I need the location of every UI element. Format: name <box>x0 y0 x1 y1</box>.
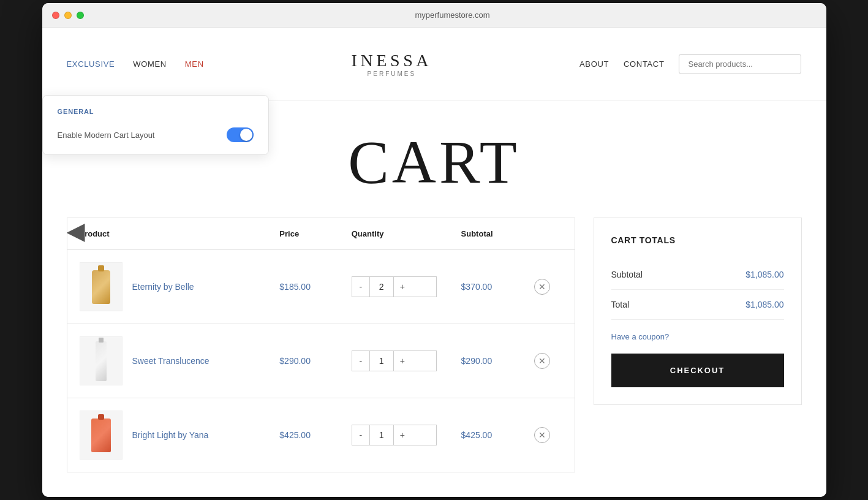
maximize-icon[interactable] <box>77 12 84 19</box>
col-price: Price <box>267 218 339 250</box>
qty-increase-btn[interactable]: + <box>394 425 411 445</box>
qty-decrease-btn[interactable]: - <box>352 351 369 371</box>
nav-women[interactable]: WOMEN <box>133 59 167 69</box>
qty-input[interactable] <box>369 277 394 297</box>
col-subtotal: Subtotal <box>449 218 522 250</box>
price-cell: $425.00 <box>267 398 339 472</box>
qty-decrease-btn[interactable]: - <box>352 425 369 445</box>
subtotal-value: $1,085.00 <box>745 270 783 279</box>
col-product: Product <box>67 218 267 250</box>
nav-left: EXCLUSIVE WOMEN MEN <box>67 59 204 69</box>
browser-window: myperfumestore.com EXCLUSIVE WOMEN MEN I… <box>42 3 826 497</box>
toggle-knob <box>240 129 252 141</box>
subtotal-cell: $290.00 <box>449 324 522 398</box>
bottle-icon <box>92 270 110 304</box>
qty-increase-btn[interactable]: + <box>394 351 411 371</box>
subtotal-cell: $425.00 <box>449 398 522 472</box>
site-header: EXCLUSIVE WOMEN MEN INESSA PERFUMES ABOU… <box>42 28 826 101</box>
logo-name: INESSA <box>352 51 432 70</box>
toggle-label: Enable Modern Cart Layout <box>58 131 155 140</box>
table-row: Eternity by Belle $185.00 - + <box>67 250 575 324</box>
close-icon[interactable] <box>52 12 59 19</box>
product-image <box>80 336 123 385</box>
remove-item-btn[interactable]: ✕ <box>534 279 550 295</box>
product-name[interactable]: Sweet Translucence <box>132 356 209 366</box>
table-row: Sweet Translucence $290.00 - + <box>67 324 575 398</box>
qty-decrease-btn[interactable]: - <box>352 277 369 297</box>
remove-item-btn[interactable]: ✕ <box>534 353 550 369</box>
site-content: GENERAL Enable Modern Cart Layout CART <box>42 101 826 497</box>
search-input[interactable] <box>679 54 801 74</box>
table-row: Bright Light by Yana $425.00 - + <box>67 398 575 472</box>
url-bar: myperfumestore.com <box>89 10 817 20</box>
product-name[interactable]: Bright Light by Yana <box>132 430 209 440</box>
col-remove <box>522 218 575 250</box>
product-image <box>80 262 123 311</box>
subtotal-cell: $370.00 <box>449 250 522 324</box>
col-quantity: Quantity <box>339 218 449 250</box>
price-cell: $290.00 <box>267 324 339 398</box>
settings-row: Enable Modern Cart Layout <box>58 127 254 142</box>
product-cell: Bright Light by Yana <box>80 411 255 460</box>
cart-table: Product Price Quantity Subtotal <box>67 218 575 472</box>
total-row: Total $1,085.00 <box>611 290 784 320</box>
nav-contact[interactable]: CONTACT <box>624 59 664 69</box>
browser-chrome: myperfumestore.com <box>42 3 826 28</box>
qty-input[interactable] <box>369 425 394 445</box>
qty-control: - + <box>352 350 437 371</box>
total-label: Total <box>611 300 630 309</box>
product-image <box>80 411 123 460</box>
product-name[interactable]: Eternity by Belle <box>132 282 194 292</box>
bottle-icon <box>91 419 111 452</box>
bottle-icon <box>96 341 107 381</box>
enable-modern-cart-toggle[interactable] <box>227 127 254 142</box>
price-cell: $185.00 <box>267 250 339 324</box>
nav-right: ABOUT CONTACT <box>579 54 801 74</box>
logo-sub: PERFUMES <box>352 70 432 77</box>
qty-control: - + <box>352 276 437 297</box>
cart-table-wrap: Product Price Quantity Subtotal <box>67 218 575 472</box>
product-cell: Eternity by Belle <box>80 262 255 311</box>
checkout-button[interactable]: CHECKOUT <box>611 354 784 387</box>
qty-input[interactable] <box>369 351 394 371</box>
subtotal-row: Subtotal $1,085.00 <box>611 260 784 290</box>
settings-section-title: GENERAL <box>58 108 254 115</box>
qty-increase-btn[interactable]: + <box>394 277 411 297</box>
settings-panel: GENERAL Enable Modern Cart Layout <box>42 95 269 155</box>
nav-men[interactable]: MEN <box>185 59 204 69</box>
cart-sidebar: CART TOTALS Subtotal $1,085.00 Total $1,… <box>594 218 802 405</box>
nav-exclusive[interactable]: EXCLUSIVE <box>67 59 115 69</box>
remove-item-btn[interactable]: ✕ <box>534 427 550 443</box>
nav-about[interactable]: ABOUT <box>579 59 609 69</box>
logo: INESSA PERFUMES <box>352 51 432 77</box>
cart-layout: Product Price Quantity Subtotal <box>67 218 802 472</box>
qty-control: - + <box>352 425 437 445</box>
total-value: $1,085.00 <box>745 300 783 309</box>
subtotal-label: Subtotal <box>611 270 643 279</box>
minimize-icon[interactable] <box>64 12 72 19</box>
product-cell: Sweet Translucence <box>80 336 255 385</box>
coupon-link[interactable]: Have a coupon? <box>611 332 784 341</box>
cart-totals-title: CART TOTALS <box>611 235 784 245</box>
